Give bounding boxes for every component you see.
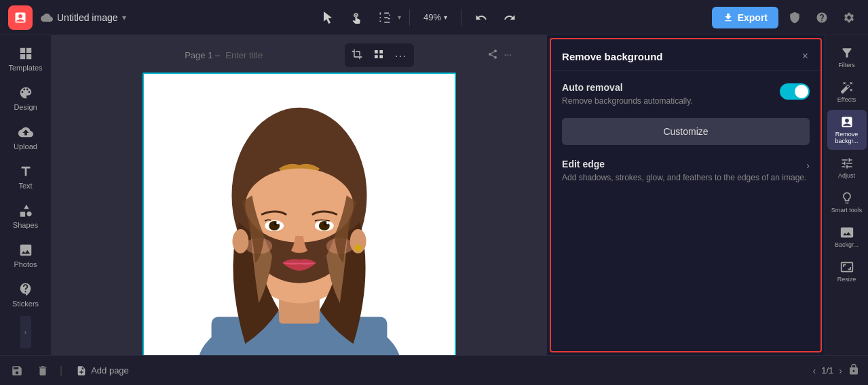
svg-point-14 bbox=[276, 222, 279, 224]
effects-label: Effects bbox=[837, 96, 856, 103]
bottom-right: ‹ 1/1 › bbox=[813, 363, 860, 378]
close-icon: × bbox=[802, 50, 808, 62]
redo-button[interactable] bbox=[498, 7, 521, 28]
export-icon bbox=[723, 12, 734, 23]
sidebar-item-effects[interactable]: Effects bbox=[827, 75, 867, 108]
shield-button[interactable] bbox=[784, 7, 806, 28]
canvas-more-icon[interactable]: ··· bbox=[504, 49, 512, 62]
next-page-button[interactable]: › bbox=[839, 365, 842, 376]
sidebar-item-smart-tools[interactable]: Smart tools bbox=[827, 186, 867, 219]
sidebar-item-upload[interactable]: Upload bbox=[3, 119, 49, 156]
remove-bg-content: Auto removal Remove backgrounds automati… bbox=[551, 71, 820, 197]
resize-icon bbox=[840, 260, 854, 274]
hand-icon bbox=[350, 12, 362, 24]
sidebar-item-resize[interactable]: Resize bbox=[827, 255, 867, 288]
auto-removal-toggle[interactable] bbox=[780, 83, 810, 100]
gear-icon bbox=[843, 12, 855, 24]
remove-bg-title: Remove background bbox=[562, 51, 662, 62]
remove-bg-label: Remove backgr... bbox=[830, 131, 864, 144]
smart-tools-icon bbox=[840, 191, 854, 205]
zoom-chevron: ▾ bbox=[444, 14, 447, 21]
document-title[interactable]: Untitled image bbox=[57, 12, 118, 23]
hand-tool-button[interactable] bbox=[345, 7, 368, 28]
divider bbox=[409, 9, 410, 26]
sidebar-item-text[interactable]: Text bbox=[3, 159, 49, 195]
background-icon bbox=[840, 226, 854, 239]
sidebar-item-design[interactable]: Design bbox=[3, 80, 49, 117]
prev-page-button[interactable]: ‹ bbox=[813, 365, 816, 376]
trash-icon bbox=[37, 365, 49, 377]
sidebar-expand-button[interactable]: › bbox=[20, 316, 31, 348]
bottom-separator: | bbox=[60, 365, 62, 377]
topbar-right: Export bbox=[712, 7, 860, 28]
save-button[interactable] bbox=[8, 362, 26, 380]
remove-bg-close-button[interactable]: × bbox=[801, 49, 810, 64]
export-label: Export bbox=[738, 12, 768, 23]
svg-point-15 bbox=[326, 222, 329, 224]
background-label: Backgr... bbox=[835, 241, 858, 248]
image-canvas[interactable] bbox=[143, 73, 456, 355]
page-label: Page 1 – bbox=[185, 50, 220, 60]
edit-edge-text: Edit edge Add shadows, strokes, glow, an… bbox=[562, 159, 806, 184]
sidebar-item-photos[interactable]: Photos bbox=[3, 237, 49, 274]
help-icon bbox=[816, 12, 828, 24]
edit-edge-title: Edit edge bbox=[562, 159, 806, 169]
frame-tool-button[interactable] bbox=[373, 7, 396, 28]
frame-icon bbox=[379, 12, 391, 24]
grid-tool-button[interactable] bbox=[369, 46, 388, 64]
redo-icon bbox=[504, 12, 516, 24]
toggle-knob bbox=[795, 85, 808, 98]
left-sidebar: Templates Design Upload Text bbox=[0, 35, 52, 355]
remove-bg-panel: Remove background × Auto removal Remove … bbox=[550, 38, 822, 352]
right-sidebar: Filters Effects Remove backgr... bbox=[825, 35, 868, 355]
help-button[interactable] bbox=[811, 7, 833, 28]
customize-button[interactable]: Customize bbox=[562, 118, 810, 145]
frame-chevron[interactable]: ▾ bbox=[398, 14, 401, 21]
canvas-top-row: Page 1 – ··· bbox=[60, 43, 539, 67]
remove-bg-header: Remove background × bbox=[551, 39, 820, 71]
portrait-container bbox=[144, 74, 455, 355]
stickers-icon bbox=[18, 282, 33, 297]
shield-icon bbox=[789, 12, 801, 24]
crop-tool-button[interactable] bbox=[347, 46, 366, 64]
lock-button[interactable] bbox=[848, 363, 860, 378]
canvas-top-icons: ··· bbox=[487, 49, 512, 62]
canvas-area: Page 1 – ··· bbox=[52, 35, 547, 355]
export-button[interactable]: Export bbox=[712, 7, 778, 28]
main-area: Templates Design Upload Text bbox=[0, 35, 868, 355]
stickers-label: Stickers bbox=[12, 300, 39, 308]
zoom-control[interactable]: 49% ▾ bbox=[418, 9, 453, 25]
templates-icon bbox=[18, 46, 33, 61]
more-tool-button[interactable]: ··· bbox=[391, 46, 411, 64]
canvas-share-icon[interactable] bbox=[487, 49, 498, 62]
app-logo[interactable] bbox=[8, 5, 33, 30]
undo-button[interactable] bbox=[470, 7, 493, 28]
cloud-icon bbox=[41, 12, 53, 24]
delete-button[interactable] bbox=[34, 362, 52, 380]
sidebar-item-remove-bg[interactable]: Remove backgr... bbox=[827, 110, 867, 150]
shapes-icon bbox=[18, 203, 33, 218]
sidebar-item-adjust[interactable]: Adjust bbox=[827, 151, 867, 184]
sidebar-item-stickers[interactable]: Stickers bbox=[3, 277, 49, 313]
add-page-button[interactable]: Add page bbox=[71, 363, 134, 379]
edit-edge-row[interactable]: Edit edge Add shadows, strokes, glow, an… bbox=[562, 156, 810, 186]
sidebar-item-filters[interactable]: Filters bbox=[827, 41, 867, 74]
upload-icon bbox=[18, 125, 33, 140]
sidebar-item-templates[interactable]: Templates bbox=[3, 41, 49, 77]
sidebar-item-shapes[interactable]: Shapes bbox=[3, 198, 49, 235]
grid-icon bbox=[373, 49, 384, 60]
sidebar-item-background[interactable]: Backgr... bbox=[827, 220, 867, 254]
page-info: 1/1 bbox=[821, 365, 833, 376]
lock-icon bbox=[848, 363, 860, 376]
filters-label: Filters bbox=[838, 62, 855, 68]
text-label: Text bbox=[18, 182, 32, 190]
page-total: 1 bbox=[829, 365, 833, 376]
svg-point-20 bbox=[355, 245, 362, 251]
divider2 bbox=[461, 9, 461, 26]
settings-button[interactable] bbox=[838, 7, 860, 28]
auto-removal-description: Remove backgrounds automatically. bbox=[562, 96, 693, 107]
topbar-center: ▾ 49% ▾ bbox=[126, 7, 712, 28]
customize-label: Customize bbox=[663, 126, 708, 137]
select-tool-button[interactable] bbox=[316, 7, 339, 28]
page-title-input[interactable] bbox=[225, 50, 339, 60]
